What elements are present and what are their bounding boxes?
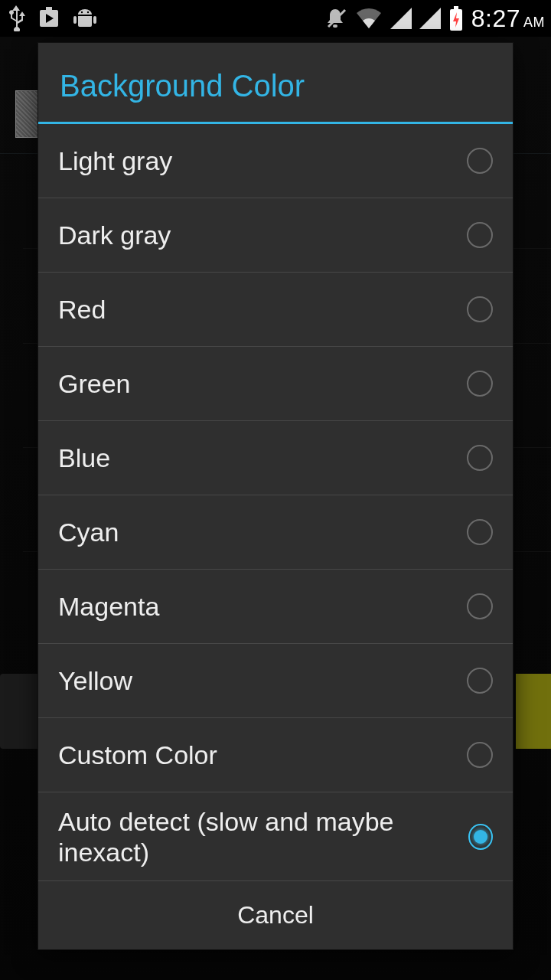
dialog-options-list[interactable]: Light gray Dark gray Red Green Blue Cyan bbox=[38, 124, 513, 880]
status-time-value: 8:27 bbox=[471, 5, 520, 32]
status-bar: 8:27AM bbox=[0, 0, 551, 37]
option-label: Yellow bbox=[58, 665, 467, 696]
option-label: Cyan bbox=[58, 517, 467, 547]
svg-point-0 bbox=[81, 11, 83, 13]
radio-icon bbox=[467, 593, 493, 619]
option-auto-detect[interactable]: Auto detect (slow and maybe inexact) bbox=[38, 792, 513, 880]
option-label: Custom Color bbox=[58, 740, 467, 770]
option-label: Red bbox=[58, 294, 467, 325]
status-bar-left bbox=[6, 5, 98, 31]
radio-icon bbox=[467, 519, 493, 545]
svg-point-1 bbox=[87, 11, 89, 13]
radio-icon bbox=[467, 296, 493, 322]
battery-charging-icon bbox=[448, 6, 464, 31]
option-yellow[interactable]: Yellow bbox=[38, 644, 513, 718]
background-color-dialog: Background Color Light gray Dark gray Re… bbox=[38, 43, 513, 949]
option-label: Auto detect (slow and maybe inexact) bbox=[58, 806, 468, 867]
option-label: Light gray bbox=[58, 145, 467, 176]
svg-rect-2 bbox=[333, 24, 337, 28]
radio-icon bbox=[467, 742, 493, 768]
radio-icon bbox=[468, 824, 493, 850]
radio-icon bbox=[467, 445, 493, 471]
option-red[interactable]: Red bbox=[38, 273, 513, 347]
cancel-button[interactable]: Cancel bbox=[237, 901, 314, 929]
option-dark-gray[interactable]: Dark gray bbox=[38, 198, 513, 273]
play-store-icon bbox=[37, 7, 61, 30]
radio-icon bbox=[467, 148, 493, 174]
option-magenta[interactable]: Magenta bbox=[38, 570, 513, 644]
status-time: 8:27AM bbox=[471, 5, 545, 33]
option-light-gray[interactable]: Light gray bbox=[38, 124, 513, 198]
dialog-footer: Cancel bbox=[38, 880, 513, 949]
status-time-ampm: AM bbox=[523, 15, 545, 30]
usb-icon bbox=[6, 5, 26, 31]
option-label: Green bbox=[58, 368, 467, 399]
dialog-title: Background Color bbox=[38, 43, 513, 122]
android-icon bbox=[72, 7, 98, 30]
option-custom-color[interactable]: Custom Color bbox=[38, 718, 513, 792]
mute-icon bbox=[326, 7, 347, 30]
radio-icon bbox=[467, 668, 493, 694]
screen: 8:27AM Background Color Light gray Dark … bbox=[0, 0, 551, 980]
background-highlight-right bbox=[516, 674, 551, 749]
radio-icon bbox=[467, 222, 493, 248]
option-label: Dark gray bbox=[58, 220, 467, 250]
wifi-icon bbox=[355, 7, 383, 30]
option-cyan[interactable]: Cyan bbox=[38, 495, 513, 570]
status-bar-right: 8:27AM bbox=[326, 5, 545, 33]
svg-rect-5 bbox=[454, 6, 458, 9]
radio-icon bbox=[467, 371, 493, 397]
option-label: Magenta bbox=[58, 591, 467, 622]
signal-1-icon bbox=[390, 8, 412, 29]
option-blue[interactable]: Blue bbox=[38, 421, 513, 495]
option-green[interactable]: Green bbox=[38, 347, 513, 421]
option-label: Blue bbox=[58, 443, 467, 473]
signal-2-icon bbox=[419, 8, 441, 29]
